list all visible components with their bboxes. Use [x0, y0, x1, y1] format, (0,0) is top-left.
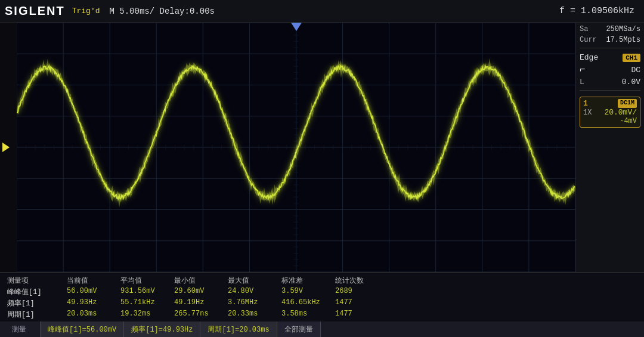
ch1-scale-row: 1X 20.0mV/ — [583, 108, 637, 117]
timebase-info: M 5.00ms/ Delay:0.00s — [109, 7, 559, 16]
measurement-row-0: 峰峰值[1] 56.00mV 931.56mV 29.60mV 24.80V 3… — [5, 286, 639, 298]
row1-max: 3.76MHz — [225, 298, 279, 309]
row2-max: 20.33ms — [225, 309, 279, 320]
scope-area[interactable] — [17, 23, 575, 272]
row0-min: 29.60mV — [172, 286, 225, 298]
time-cursor-arrow — [291, 23, 302, 31]
row1-average: 55.71kHz — [118, 298, 172, 309]
row0-stddev: 3.59V — [279, 286, 333, 298]
sample-rate-row: Sa 250MSa/s — [580, 25, 640, 33]
status-item-3[interactable]: 周期[1]=20.03ms — [200, 321, 277, 337]
row2-current: 20.03ms — [64, 309, 118, 320]
col-header-5: 标准差 — [279, 275, 333, 286]
l-label: L — [580, 78, 584, 86]
row1-stddev: 416.65kHz — [279, 298, 333, 309]
right-panel: Sa 250MSa/s Curr 17.5Mpts Edge CH1 ⌐ DC … — [575, 23, 644, 272]
row2-label: 周期[1] — [5, 309, 64, 320]
row1-label: 频率[1] — [5, 298, 64, 309]
trigger-level-value: 0.0V — [622, 78, 640, 86]
main-area: Sa 250MSa/s Curr 17.5Mpts Edge CH1 ⌐ DC … — [0, 23, 644, 272]
col-header-4: 最大值 — [225, 275, 279, 286]
separator-1 — [580, 48, 640, 48]
curr-mpts-row: Curr 17.5Mpts — [580, 36, 640, 44]
edge-label: Edge — [580, 53, 598, 62]
all-measurements-button[interactable]: 全部测量 — [277, 321, 321, 337]
status-item-2[interactable]: 频率[1]=49.93Hz — [124, 321, 200, 337]
dc1m-coupling-badge: DC1M — [618, 99, 637, 108]
curr-value: 17.5Mpts — [606, 36, 640, 44]
status-label: 测量 — [5, 321, 41, 337]
col-header-6: 统计次数 — [333, 275, 380, 286]
row0-label: 峰峰值[1] — [5, 286, 64, 298]
ch1-panel: 1 DC1M 1X 20.0mV/ -4mV — [580, 97, 640, 128]
col-header-0: 测量项 — [5, 275, 64, 286]
trigger-slope-icon: ⌐ — [580, 64, 586, 75]
trigger-dc-row: ⌐ DC — [580, 64, 640, 75]
row2-average: 19.32ms — [118, 309, 172, 320]
row0-max: 24.80V — [225, 286, 279, 298]
row2-min: 265.77ns — [172, 309, 225, 320]
measurement-row-1: 频率[1] 49.93Hz 55.71kHz 49.19Hz 3.76MHz 4… — [5, 298, 639, 309]
sa-label: Sa — [580, 25, 588, 33]
status-bar: 测量 峰峰值[1]=56.00mV 频率[1]=49.93Hz 周期[1]=20… — [0, 321, 644, 337]
separator-2 — [580, 90, 640, 91]
edge-ch1-row: Edge CH1 — [580, 53, 640, 62]
row0-count: 2689 — [333, 286, 380, 298]
col-header-1: 当前值 — [64, 275, 118, 286]
oscilloscope-display: SIGLENT Trig'd M 5.00ms/ Delay:0.00s f =… — [0, 0, 644, 337]
col-header-2: 平均值 — [118, 275, 172, 286]
ch1-number: 1 — [583, 99, 588, 108]
measurement-row-2: 周期[1] 20.03ms 19.32ms 265.77ns 20.33ms 3… — [5, 309, 639, 320]
row1-current: 49.93Hz — [64, 298, 118, 309]
row2-stddev: 3.58ms — [279, 309, 333, 320]
left-trigger-area — [0, 23, 17, 272]
measurement-table: 测量项 当前值 平均值 最小值 最大值 标准差 统计次数 峰峰值[1] 56.0… — [0, 273, 644, 320]
waveform-canvas — [17, 23, 575, 272]
trigger-status: Trig'd — [72, 7, 100, 16]
row0-current: 56.00mV — [64, 286, 118, 298]
row1-count: 1477 — [333, 298, 380, 309]
sa-value: 250MSa/s — [606, 25, 640, 33]
measurement-header-row: 测量项 当前值 平均值 最小值 最大值 标准差 统计次数 — [5, 275, 639, 286]
row0-average: 931.56mV — [118, 286, 172, 298]
frequency-display: f = 1.09506kHz — [559, 6, 634, 16]
col-header-3: 最小值 — [172, 275, 225, 286]
ch1-offset: -4mV — [583, 117, 637, 125]
brand-logo: SIGLENT — [5, 4, 65, 18]
row1-min: 49.19Hz — [172, 298, 225, 309]
probe-ratio: 1X — [583, 109, 592, 117]
ch1-badge: CH1 — [623, 54, 640, 62]
trigger-level-arrow — [2, 143, 10, 152]
trigger-level-row: L 0.0V — [580, 78, 640, 86]
row2-count: 1477 — [333, 309, 380, 320]
bottom-measurement-area: 测量项 当前值 平均值 最小值 最大值 标准差 统计次数 峰峰值[1] 56.0… — [0, 272, 644, 337]
vertical-scale: 20.0mV/ — [604, 108, 637, 117]
ch1-header-row: 1 DC1M — [583, 99, 637, 108]
dc-coupling-label: DC — [631, 66, 640, 75]
top-bar: SIGLENT Trig'd M 5.00ms/ Delay:0.00s f =… — [0, 0, 644, 23]
status-item-1[interactable]: 峰峰值[1]=56.00mV — [41, 321, 124, 337]
curr-label: Curr — [580, 36, 597, 44]
